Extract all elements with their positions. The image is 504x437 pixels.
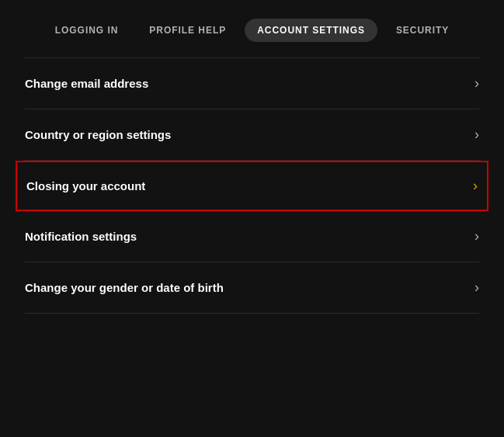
menu-item-label-change-email: Change email address <box>25 77 148 90</box>
tab-security[interactable]: SECURITY <box>384 19 461 42</box>
chevron-icon-notification-settings: › <box>474 228 479 245</box>
chevron-icon-gender-dob: › <box>474 279 479 296</box>
menu-item-label-country-region: Country or region settings <box>25 128 171 141</box>
menu-item-closing-account[interactable]: Closing your account› <box>16 161 488 211</box>
tab-logging-in[interactable]: LOGGING IN <box>43 19 131 42</box>
menu-item-label-notification-settings: Notification settings <box>25 230 137 243</box>
tab-bar: LOGGING INPROFILE HELPACCOUNT SETTINGSSE… <box>0 0 504 57</box>
menu-item-country-region[interactable]: Country or region settings› <box>25 109 479 161</box>
tab-profile-help[interactable]: PROFILE HELP <box>137 19 238 42</box>
menu-item-gender-dob[interactable]: Change your gender or date of birth› <box>25 262 479 314</box>
menu-item-notification-settings[interactable]: Notification settings› <box>25 211 479 262</box>
tab-account-settings[interactable]: ACCOUNT SETTINGS <box>245 19 377 42</box>
chevron-icon-closing-account: › <box>473 178 478 194</box>
menu-item-change-email[interactable]: Change email address› <box>25 57 479 109</box>
menu-list: Change email address›Country or region s… <box>0 57 504 314</box>
menu-item-label-gender-dob: Change your gender or date of birth <box>25 281 224 294</box>
chevron-icon-change-email: › <box>474 75 479 92</box>
menu-item-label-closing-account: Closing your account <box>26 179 145 192</box>
chevron-icon-country-region: › <box>474 127 479 143</box>
